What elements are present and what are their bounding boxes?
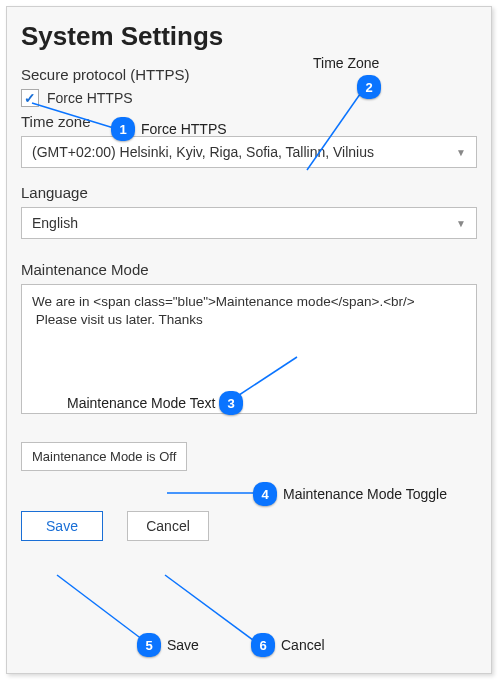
force-https-checkbox[interactable]: ✓: [21, 89, 39, 107]
annotation-bubble-4: 4: [253, 482, 277, 506]
chevron-down-icon: ▼: [456, 218, 466, 229]
annotation-bubble-5: 5: [137, 633, 161, 657]
chevron-down-icon: ▼: [456, 147, 466, 158]
annotation-bubble-6: 6: [251, 633, 275, 657]
force-https-label: Force HTTPS: [47, 90, 133, 106]
timezone-label: Time zone: [21, 113, 477, 130]
timezone-select[interactable]: (GMT+02:00) Helsinki, Kyiv, Riga, Sofia,…: [21, 136, 477, 168]
check-icon: ✓: [24, 90, 36, 106]
annotation-label-2: Time Zone: [313, 55, 379, 71]
button-row: Save Cancel: [21, 511, 477, 541]
language-value: English: [32, 215, 78, 231]
svg-line-5: [165, 575, 257, 643]
save-button[interactable]: Save: [21, 511, 103, 541]
svg-line-4: [57, 575, 147, 643]
secure-protocol-label: Secure protocol (HTTPS): [21, 66, 477, 83]
annotation-bubble-1: 1: [111, 117, 135, 141]
annotation-label-6: Cancel: [281, 637, 325, 653]
maintenance-label: Maintenance Mode: [21, 261, 477, 278]
force-https-row: ✓ Force HTTPS: [21, 89, 477, 107]
timezone-value: (GMT+02:00) Helsinki, Kyiv, Riga, Sofia,…: [32, 144, 374, 160]
annotation-bubble-2: 2: [357, 75, 381, 99]
annotation-bubble-3: 3: [219, 391, 243, 415]
maintenance-toggle[interactable]: Maintenance Mode is Off: [21, 442, 187, 471]
annotation-label-1: Force HTTPS: [141, 121, 227, 137]
annotation-label-5: Save: [167, 637, 199, 653]
language-select[interactable]: English ▼: [21, 207, 477, 239]
language-label: Language: [21, 184, 477, 201]
annotation-label-4: Maintenance Mode Toggle: [283, 486, 447, 502]
annotation-label-3: Maintenance Mode Text: [67, 395, 215, 411]
page-title: System Settings: [21, 21, 477, 52]
cancel-button[interactable]: Cancel: [127, 511, 209, 541]
settings-panel: System Settings Secure protocol (HTTPS) …: [6, 6, 492, 674]
